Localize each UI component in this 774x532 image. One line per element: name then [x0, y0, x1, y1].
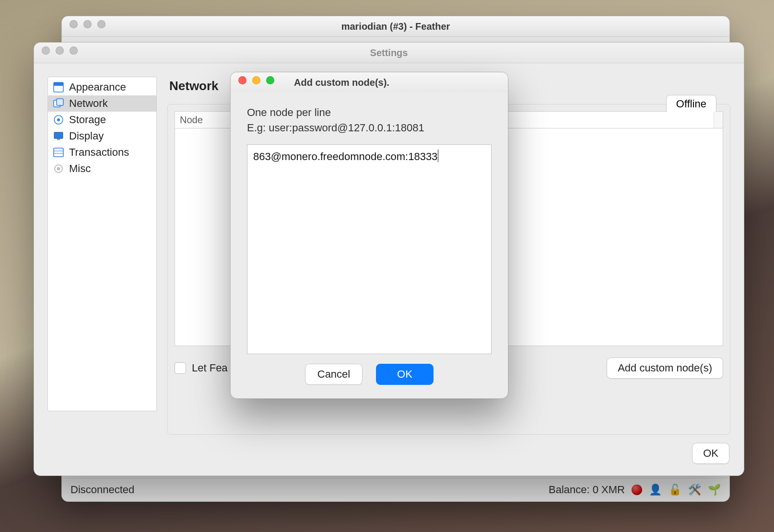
- sidebar-item-network[interactable]: Network: [48, 95, 156, 112]
- settings-traffic-lights: [42, 46, 78, 55]
- svg-rect-3: [57, 99, 63, 105]
- cancel-button[interactable]: Cancel: [305, 364, 363, 385]
- dialog-titlebar: Add custom node(s).: [231, 72, 508, 93]
- status-bar: Disconnected Balance: 0 XMR 👤 🔓 🛠️ 🌱: [62, 478, 729, 501]
- lock-icon[interactable]: 🔓: [668, 485, 681, 495]
- status-balance: Balance: 0 XMR: [549, 484, 625, 496]
- dialog-body: One node per line E.g: user:password@127…: [231, 93, 508, 398]
- sidebar-item-storage[interactable]: Storage: [48, 112, 156, 128]
- settings-footer: OK: [692, 443, 729, 464]
- ok-button[interactable]: OK: [376, 364, 434, 385]
- svg-point-5: [57, 118, 60, 121]
- node-input-value: 863@monero.freedomnode.com:18333: [253, 150, 437, 162]
- dialog-title: Add custom node(s).: [294, 77, 389, 88]
- let-feather-label: Let Fea: [192, 362, 228, 374]
- sidebar-item-label: Appearance: [69, 81, 126, 93]
- sidebar-item-appearance[interactable]: Appearance: [48, 79, 156, 95]
- minimize-icon[interactable]: [252, 76, 260, 84]
- desktop: mariodian (#3) - Feather Disconnected Ba…: [0, 0, 774, 532]
- let-feather-checkbox[interactable]: [175, 362, 186, 374]
- settings-titlebar: Settings: [34, 43, 744, 63]
- let-feather-checkbox-row[interactable]: Let Fea: [175, 362, 228, 374]
- zoom-icon[interactable]: [266, 76, 274, 84]
- svg-rect-7: [57, 139, 60, 140]
- close-icon[interactable]: [238, 76, 246, 84]
- minimize-icon[interactable]: [56, 46, 64, 55]
- main-traffic-lights: [70, 20, 106, 28]
- zoom-icon[interactable]: [70, 46, 78, 55]
- minimize-icon[interactable]: [83, 20, 92, 28]
- tab-row: Offline: [667, 95, 716, 114]
- main-window-title: mariodian (#3) - Feather: [341, 21, 450, 32]
- node-column-label: Node: [180, 115, 203, 126]
- node-input[interactable]: 863@monero.freedomnode.com:18333: [247, 144, 492, 354]
- sidebar-item-label: Transactions: [69, 146, 129, 159]
- add-node-dialog: Add custom node(s). One node per line E.…: [230, 72, 508, 399]
- add-custom-node-button[interactable]: Add custom node(s): [607, 358, 723, 379]
- tab-offline[interactable]: Offline: [666, 95, 716, 114]
- zoom-icon[interactable]: [97, 20, 106, 28]
- sidebar-item-transactions[interactable]: Transactions: [48, 144, 156, 161]
- sidebar-item-label: Network: [69, 97, 108, 110]
- main-titlebar: mariodian (#3) - Feather: [62, 16, 729, 37]
- text-caret: [438, 150, 438, 162]
- status-indicator-icon: [632, 485, 642, 495]
- svg-point-12: [57, 167, 60, 171]
- sidebar-item-label: Misc: [69, 162, 91, 175]
- settings-window-title: Settings: [370, 47, 408, 58]
- close-icon[interactable]: [70, 20, 78, 28]
- svg-rect-8: [54, 148, 63, 157]
- settings-sidebar: Appearance Network Storage: [47, 77, 157, 411]
- sidebar-item-label: Display: [69, 130, 104, 142]
- status-connection: Disconnected: [70, 484, 134, 496]
- seed-icon[interactable]: 🌱: [708, 485, 721, 495]
- svg-rect-6: [54, 132, 63, 139]
- dialog-traffic-lights: [238, 76, 274, 84]
- sidebar-item-label: Storage: [69, 114, 106, 126]
- network-icon: [53, 98, 64, 109]
- sidebar-item-display[interactable]: Display: [48, 128, 156, 144]
- sidebar-item-misc[interactable]: Misc: [48, 161, 156, 177]
- transactions-icon: [53, 147, 64, 158]
- svg-rect-1: [54, 82, 63, 86]
- status-right: Balance: 0 XMR 👤 🔓 🛠️ 🌱: [549, 484, 721, 496]
- display-icon: [53, 130, 64, 142]
- dialog-footer: Cancel OK: [247, 354, 492, 389]
- storage-icon: [53, 114, 64, 126]
- appearance-icon: [53, 81, 64, 93]
- settings-ok-button[interactable]: OK: [692, 443, 729, 464]
- user-icon[interactable]: 👤: [649, 485, 662, 495]
- misc-icon: [53, 163, 64, 174]
- close-icon[interactable]: [42, 46, 50, 55]
- dialog-hint: One node per line E.g: user:password@127…: [247, 105, 492, 136]
- tools-icon[interactable]: 🛠️: [688, 485, 701, 495]
